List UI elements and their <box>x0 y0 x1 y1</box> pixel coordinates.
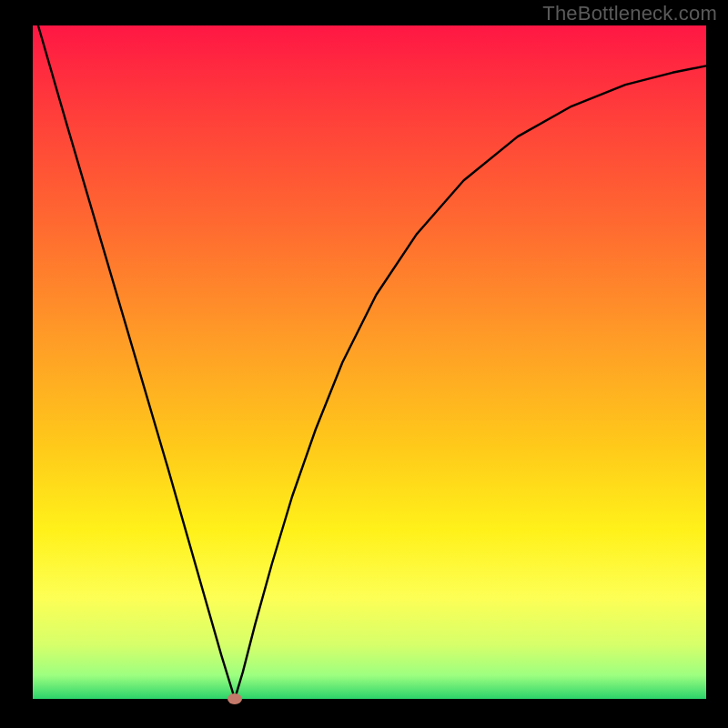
plot-background <box>33 25 706 699</box>
bottleneck-chart <box>0 0 728 728</box>
minimum-marker <box>228 693 242 704</box>
chart-container: TheBottleneck.com <box>0 0 728 728</box>
watermark-text: TheBottleneck.com <box>542 2 717 25</box>
